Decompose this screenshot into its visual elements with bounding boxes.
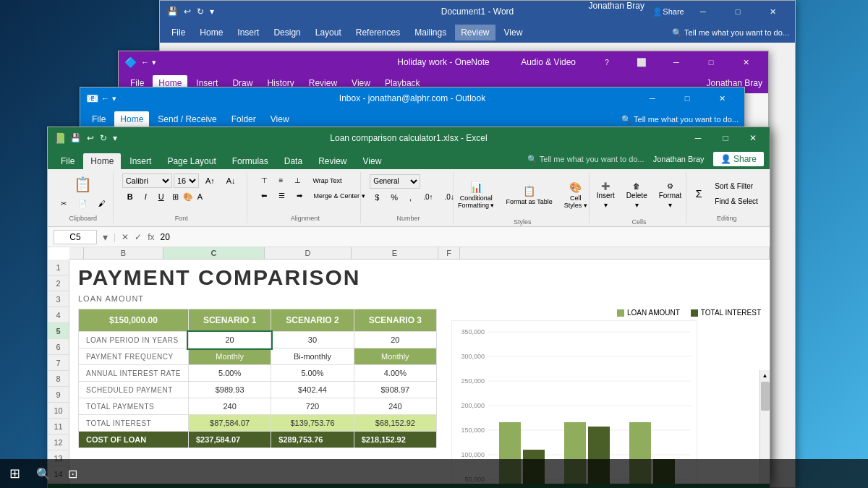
onenote-close-button[interactable]: ✕ [729,51,762,73]
word-undo-icon[interactable]: ↩ [182,5,192,18]
excel-undo-icon[interactable]: ↩ [85,132,95,145]
outlook-folder-menu[interactable]: Folder [226,111,262,127]
word-view-menu[interactable]: View [498,25,529,40]
number-format-select[interactable]: General Number Currency Accounting Perce… [370,174,420,189]
increase-decimal-button[interactable]: .0↑ [418,190,438,205]
cell-ref-dropdown[interactable]: ▾ [103,231,108,243]
word-win-controls[interactable]: Jonathan Bray 👤 Share ─ □ ✕ [589,1,789,22]
insert-function-button[interactable]: fx [148,232,154,242]
scroll-up-button[interactable]: ▲ [760,370,770,380]
scheduled-payment-s3[interactable]: $908.97 [354,382,436,398]
word-minimize-button[interactable]: ─ [686,1,720,22]
onenote-more[interactable]: ▾ [152,58,156,67]
word-share-button[interactable]: 👤 Share [652,1,685,22]
col-header-D[interactable]: D [265,247,352,259]
excel-view-tab[interactable]: View [356,153,389,169]
word-quick-access[interactable]: 💾 ↩ ↻ ▾ [166,5,216,18]
font-color-button[interactable]: A [196,191,204,202]
row-10[interactable]: 10 [48,403,69,419]
total-payments-s2[interactable]: 720 [271,398,354,415]
interest-rate-s1[interactable]: 5.00% [188,365,271,382]
total-payments-s1[interactable]: 240 [188,398,271,415]
total-interest-s1[interactable]: $87,584.07 [188,415,271,432]
onenote-undo[interactable]: ← [141,58,149,67]
total-payments-s3[interactable]: 240 [354,398,436,415]
cell-styles-button[interactable]: 🎨 CellStyles ▾ [559,174,592,217]
interest-rate-s2[interactable]: 5.00% [271,365,354,382]
excel-home-tab[interactable]: Home [83,153,121,169]
excel-file-tab[interactable]: File [54,153,82,169]
outlook-home-menu[interactable]: Home [114,111,149,127]
scenario1-header[interactable]: SCENARIO 1 [188,309,271,332]
loan-amount-cell[interactable]: $150,000.00 [79,309,189,332]
align-top-button[interactable]: ⊤ [256,174,273,187]
payment-freq-s3[interactable]: Monthly [354,348,436,365]
word-references-menu[interactable]: References [350,25,406,40]
format-as-table-button[interactable]: 📋 Format as Table [501,174,557,217]
align-middle-button[interactable]: ≡ [274,174,289,187]
sum-button[interactable]: Σ [691,185,707,202]
find-select-button[interactable]: Find & Select [710,194,762,208]
word-more-icon[interactable]: ▾ [208,5,216,18]
col-header-A[interactable] [69,247,84,259]
delete-cells-button[interactable]: 🗑 Delete ▾ [621,174,652,217]
outlook-minimize-button[interactable]: ─ [636,87,669,109]
align-right-button[interactable]: ➡ [292,189,307,202]
loan-period-s2[interactable]: 30 [271,332,354,348]
col-header-rest[interactable] [460,247,770,259]
row-5[interactable]: 5 [48,323,69,339]
row-11[interactable]: 11 [48,419,69,435]
scheduled-payment-s2[interactable]: $402.44 [271,382,354,398]
col-header-F[interactable]: F [438,247,460,259]
sort-filter-button[interactable]: Sort & Filter [710,179,762,193]
outlook-send-receive-menu[interactable]: Send / Receive [152,111,222,127]
format-painter-button[interactable]: 🖌 [93,197,111,210]
excel-formulas-tab[interactable]: Formulas [225,153,276,169]
excel-data-tab[interactable]: Data [277,153,310,169]
payment-freq-s1[interactable]: Monthly [188,348,271,365]
excel-more-icon[interactable]: ▾ [111,132,119,145]
start-button[interactable]: ⊞ [0,459,29,488]
loan-period-s3[interactable]: 20 [354,332,436,348]
font-name-select[interactable]: Calibri [122,174,172,188]
scenario2-header[interactable]: SCENARIO 2 [271,309,354,332]
excel-minimize-button[interactable]: ─ [687,127,709,149]
outlook-file-menu[interactable]: File [86,111,111,127]
word-design-menu[interactable]: Design [268,25,306,40]
col-header-B[interactable]: B [84,247,163,259]
decrease-font-button[interactable]: A↓ [221,174,241,188]
conditional-formatting-button[interactable]: 📊 ConditionalFormatting ▾ [453,174,500,217]
word-save-icon[interactable]: 💾 [166,5,179,18]
onenote-maximize-button[interactable]: □ [694,51,728,73]
word-redo-icon[interactable]: ↻ [195,5,205,18]
excel-restore-button[interactable]: □ [715,127,736,149]
row-12[interactable]: 12 [48,435,69,450]
excel-insert-tab[interactable]: Insert [122,153,158,169]
col-header-E[interactable]: E [352,247,438,259]
payment-freq-s2[interactable]: Bi-monthly [271,348,354,365]
outlook-view-menu[interactable]: View [265,111,295,127]
cell-reference-input[interactable] [54,230,97,244]
cost-of-loan-s2[interactable]: $289,753.76 [271,432,354,448]
outlook-undo[interactable]: ← [101,94,109,103]
italic-button[interactable]: I [140,189,152,204]
col-header-C[interactable]: C [163,247,265,259]
excel-quick-access[interactable]: 💾 ↩ ↻ ▾ [69,132,119,145]
cost-of-loan-s1[interactable]: $237,584.07 [188,432,271,448]
align-center-button[interactable]: ☰ [273,189,290,202]
underline-button[interactable]: U [153,189,169,204]
row-6[interactable]: 6 [48,339,69,355]
cost-of-loan-s3[interactable]: $218,152.92 [354,432,436,448]
total-interest-s3[interactable]: $68,152.92 [354,415,436,432]
font-size-select[interactable]: 16 [174,174,199,188]
comma-button[interactable]: , [404,190,417,205]
excel-review-tab[interactable]: Review [311,153,354,169]
word-home-menu[interactable]: Home [194,25,229,40]
copy-button[interactable]: 📄 [73,197,92,210]
align-bottom-button[interactable]: ⊥ [289,174,306,187]
task-view-button[interactable]: ⊡ [58,459,87,488]
percent-button[interactable]: % [386,190,403,205]
word-mailings-menu[interactable]: Mailings [409,25,452,40]
total-interest-s2[interactable]: $139,753.76 [271,415,354,432]
onenote-help-button[interactable]: ? [590,51,624,73]
